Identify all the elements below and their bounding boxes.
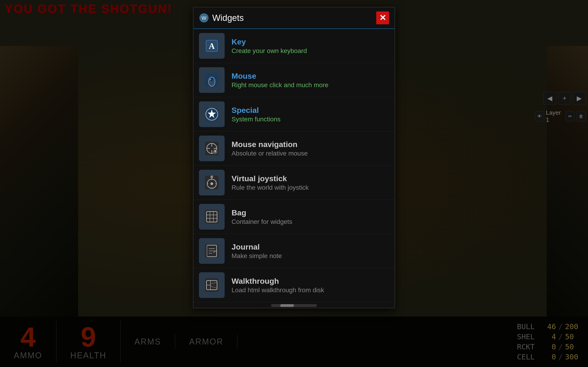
widget-text: Virtual joystick Rule the world with joy… xyxy=(232,174,309,191)
widget-list-item[interactable]: Bag Container for widgets xyxy=(193,200,395,234)
svg-point-29 xyxy=(210,175,213,178)
widget-name: Special xyxy=(232,106,280,115)
widget-list-item[interactable]: Virtual joystick Rule the world with joy… xyxy=(193,166,395,200)
widget-list-item[interactable]: Special System functions xyxy=(193,97,395,131)
widget-list-item[interactable]: Mouse navigation Absolute or relative mo… xyxy=(193,131,395,166)
svg-point-23 xyxy=(210,182,213,185)
widget-text: Mouse Right mouse click and much more xyxy=(232,72,329,89)
widget-name: Virtual joystick xyxy=(232,174,309,183)
scrollbar-thumb xyxy=(280,304,294,307)
dialog-icon: W xyxy=(199,13,209,23)
widget-icon-wrap xyxy=(199,204,225,230)
svg-text:A: A xyxy=(209,42,215,51)
widget-icon-wrap xyxy=(199,135,225,161)
widget-name: Mouse navigation xyxy=(232,140,308,149)
widget-text: Bag Container for widgets xyxy=(232,208,292,225)
scrollbar-area xyxy=(193,302,395,308)
widget-desc: Create your own keyboard xyxy=(232,47,307,55)
widget-list-item[interactable]: Mouse Right mouse click and much more xyxy=(193,63,395,97)
widget-desc: Load html walkthrough from disk xyxy=(232,286,324,294)
widget-list-item[interactable]: A Key Create your own keyboard xyxy=(193,29,395,63)
widget-desc: Make simple note xyxy=(232,252,282,260)
widget-text: Special System functions xyxy=(232,106,280,123)
widget-name: Bag xyxy=(232,208,292,217)
dialog-body: A Key Create your own keyboard Mouse Rig… xyxy=(193,29,395,302)
widget-icon-wrap xyxy=(199,101,225,127)
modal-overlay: W Widgets ✕ A Key Create your own keyboa… xyxy=(0,0,588,367)
widget-text: Walkthrough Load html walkthrough from d… xyxy=(232,277,324,294)
widget-desc: Absolute or relative mouse xyxy=(232,150,308,157)
widget-list-item[interactable]: Journal Make simple note xyxy=(193,234,395,268)
widgets-dialog: W Widgets ✕ A Key Create your own keyboa… xyxy=(193,7,395,308)
svg-point-20 xyxy=(214,150,216,152)
dialog-close-button[interactable]: ✕ xyxy=(376,11,389,24)
widget-name: Mouse xyxy=(232,72,329,81)
widget-icon-wrap xyxy=(199,238,225,264)
dialog-title-area: W Widgets xyxy=(199,13,244,23)
widget-text: Journal Make simple note xyxy=(232,242,282,260)
scrollbar-track[interactable] xyxy=(271,304,317,307)
svg-text:W: W xyxy=(202,15,207,21)
widget-icon-wrap xyxy=(199,272,225,298)
widget-name: Journal xyxy=(232,242,282,251)
widget-desc: System functions xyxy=(232,116,280,123)
widget-icon-wrap xyxy=(199,170,225,195)
svg-point-9 xyxy=(210,79,211,80)
widget-text: Key Create your own keyboard xyxy=(232,37,307,55)
widget-list-item[interactable]: Walkthrough Load html walkthrough from d… xyxy=(193,268,395,302)
widget-desc: Container for widgets xyxy=(232,218,292,225)
widget-icon-wrap xyxy=(199,67,225,93)
widget-name: Key xyxy=(232,37,307,46)
widget-desc: Rule the world with joystick xyxy=(232,184,309,191)
dialog-title: Widgets xyxy=(212,13,244,23)
widget-icon-wrap: A xyxy=(199,33,225,59)
dialog-header: W Widgets ✕ xyxy=(193,7,395,29)
widget-text: Mouse navigation Absolute or relative mo… xyxy=(232,140,308,157)
widget-desc: Right mouse click and much more xyxy=(232,81,329,89)
widget-name: Walkthrough xyxy=(232,277,324,286)
